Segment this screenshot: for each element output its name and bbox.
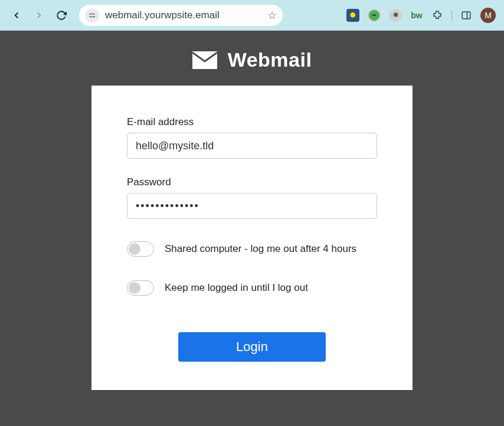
mail-icon (192, 51, 217, 69)
svg-point-0 (89, 13, 90, 14)
password-label: Password (127, 176, 377, 188)
app-logo: Webmail (192, 48, 312, 71)
url-text: webmail.yourwpsite.email (105, 9, 261, 21)
svg-rect-1 (91, 14, 95, 14)
page-content: Webmail E-mail address Password Shared c… (0, 31, 504, 426)
svg-point-2 (93, 16, 94, 17)
app-title: Webmail (228, 48, 312, 71)
divider (451, 10, 452, 21)
email-field-group: E-mail address (127, 116, 377, 159)
svg-rect-3 (89, 16, 93, 17)
svg-rect-6 (192, 51, 217, 69)
toggle-knob (129, 282, 140, 294)
shared-computer-label: Shared computer - log me out after 4 hou… (165, 243, 356, 255)
extension-icons: ⬢ •• ✹ bw M (346, 8, 496, 23)
toggle-knob (129, 243, 140, 255)
extension-icon[interactable]: bw (410, 9, 423, 22)
svg-rect-4 (462, 12, 470, 19)
shared-computer-row: Shared computer - log me out after 4 hou… (127, 241, 377, 257)
email-input[interactable] (127, 133, 377, 159)
extension-icon[interactable]: ⬢ (346, 9, 359, 22)
login-card: E-mail address Password Shared computer … (91, 86, 413, 390)
browser-toolbar: webmail.yourwpsite.email ☆ ⬢ •• ✹ bw M (0, 0, 504, 31)
bookmark-star-icon[interactable]: ☆ (267, 9, 277, 22)
shared-computer-toggle[interactable] (127, 241, 154, 257)
extensions-menu-icon[interactable] (431, 9, 443, 21)
address-bar[interactable]: webmail.yourwpsite.email ☆ (79, 5, 283, 26)
keep-logged-in-label: Keep me logged in until I log out (165, 282, 308, 294)
forward-button[interactable] (31, 7, 47, 24)
extension-icon[interactable]: •• (368, 9, 381, 22)
reload-button[interactable] (53, 7, 70, 24)
back-button[interactable] (8, 7, 25, 24)
login-button[interactable]: Login (178, 332, 326, 362)
site-info-icon[interactable] (85, 8, 99, 22)
extension-icon[interactable]: ✹ (389, 9, 402, 22)
password-field-group: Password (127, 176, 377, 219)
keep-logged-in-row: Keep me logged in until I log out (127, 280, 377, 296)
profile-avatar[interactable]: M (480, 8, 496, 23)
password-input[interactable] (127, 193, 377, 219)
keep-logged-in-toggle[interactable] (127, 280, 154, 296)
sidepanel-icon[interactable] (460, 9, 472, 21)
email-label: E-mail address (127, 116, 377, 128)
